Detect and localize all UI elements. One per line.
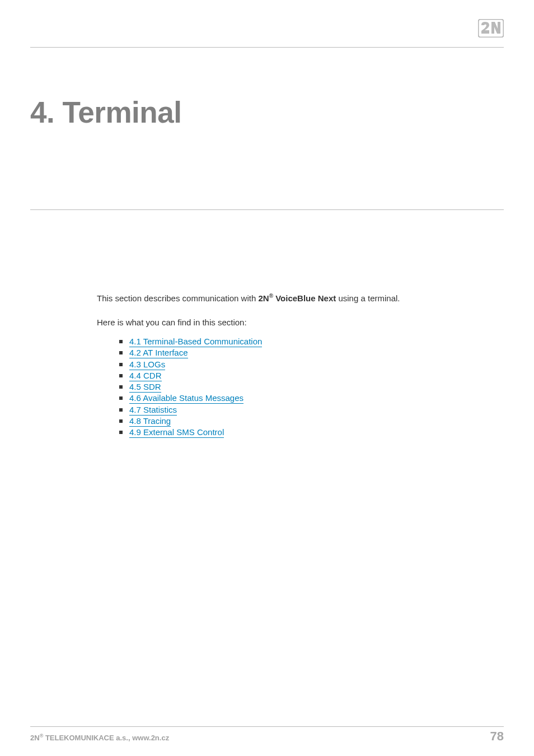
- toc-link[interactable]: 4.4 CDR: [129, 371, 162, 381]
- list-item: 4.9 External SMS Control: [119, 427, 486, 438]
- header-divider: [30, 47, 504, 48]
- list-item: 4.4 CDR: [119, 370, 486, 381]
- list-item: 4.2 AT Interface: [119, 347, 486, 358]
- list-item: 4.1 Terminal-Based Communication: [119, 336, 486, 347]
- section-divider: [30, 209, 504, 210]
- page-number: 78: [490, 729, 504, 744]
- intro-post: using a terminal.: [336, 293, 400, 303]
- toc-link[interactable]: 4.7 Statistics: [129, 405, 177, 416]
- list-item: 4.8 Tracing: [119, 416, 486, 427]
- list-item: 4.7 Statistics: [119, 404, 486, 416]
- brand-suffix: VoiceBlue Next: [273, 293, 336, 303]
- toc-link[interactable]: 4.3 LOGs: [129, 360, 165, 370]
- toc-link[interactable]: 4.6 Available Status Messages: [129, 393, 243, 404]
- section-lead: Here is what you can find in this sectio…: [97, 318, 486, 327]
- toc-link[interactable]: 4.8 Tracing: [129, 416, 171, 427]
- footer-brand-suffix: TELEKOMUNIKACE a.s., www.2n.cz: [43, 734, 169, 742]
- registered-mark: ®: [269, 293, 273, 299]
- page-footer: 2N® TELEKOMUNIKACE a.s., www.2n.cz 78: [30, 729, 504, 744]
- footer-company: 2N® TELEKOMUNIKACE a.s., www.2n.cz: [30, 733, 169, 742]
- toc-link[interactable]: 4.2 AT Interface: [129, 348, 188, 358]
- document-page: 4. Terminal This section describes commu…: [0, 0, 534, 756]
- footer-brand-prefix: 2N: [30, 734, 40, 742]
- brand-name: 2N® VoiceBlue Next: [258, 293, 336, 303]
- list-item: 4.6 Available Status Messages: [119, 393, 486, 404]
- list-item: 4.5 SDR: [119, 381, 486, 393]
- intro-paragraph: This section describes communication wit…: [97, 292, 486, 304]
- main-content: This section describes communication wit…: [97, 292, 486, 438]
- toc-link[interactable]: 4.1 Terminal-Based Communication: [129, 337, 262, 347]
- toc-link[interactable]: 4.5 SDR: [129, 382, 161, 393]
- page-title: 4. Terminal: [30, 95, 181, 129]
- brand-prefix: 2N: [258, 293, 269, 303]
- table-of-contents: 4.1 Terminal-Based Communication 4.2 AT …: [119, 336, 486, 438]
- footer-divider: [30, 726, 504, 727]
- page-header: [0, 0, 534, 50]
- intro-pre: This section describes communication wit…: [97, 293, 258, 303]
- list-item: 4.3 LOGs: [119, 359, 486, 370]
- brand-logo: [478, 19, 504, 38]
- toc-link[interactable]: 4.9 External SMS Control: [129, 427, 224, 438]
